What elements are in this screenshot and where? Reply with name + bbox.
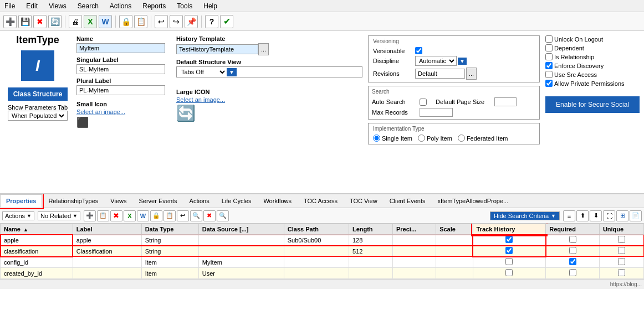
word-button[interactable]: W [99, 15, 112, 28]
allow-private-permissions-option[interactable]: Allow Private Permissions [545, 80, 640, 87]
single-item-option[interactable]: Single Item [373, 135, 412, 142]
show-params-dropdown[interactable]: When Populated Always Never [8, 111, 68, 121]
discipline-dropdown-arrow[interactable]: ▼ [458, 58, 467, 65]
unique-checkbox-1[interactable] [618, 247, 625, 254]
discipline-select[interactable]: Automatic Manual [415, 56, 457, 66]
table-row[interactable]: classification Classification String 512 [1, 246, 644, 257]
unique-checkbox-3[interactable] [618, 269, 625, 276]
tab-workflows[interactable]: Workflows [257, 194, 298, 208]
menu-file[interactable]: File [2, 2, 17, 11]
auto-search-checkbox[interactable] [420, 99, 427, 106]
large-icon-link[interactable]: Select an image... [176, 96, 362, 103]
max-records-input[interactable] [420, 108, 453, 117]
federated-item-radio[interactable] [458, 135, 465, 142]
enforce-discovery-option[interactable]: Enforce Discovery [545, 62, 640, 69]
refresh-button[interactable]: 🔄 [48, 15, 62, 28]
dependent-option[interactable]: Dependent [545, 44, 640, 51]
menu-edit[interactable]: Edit [24, 2, 40, 11]
tab-toc-view[interactable]: TOC View [344, 194, 384, 208]
singular-input[interactable] [76, 64, 165, 74]
tab-xitemtype[interactable]: xItemTypeAllowedPrope... [431, 194, 514, 208]
check-button[interactable]: ✔ [220, 15, 233, 28]
search2-sub-button[interactable]: 🔍 [217, 210, 229, 221]
track-history-checkbox-0[interactable] [505, 236, 513, 243]
default-structure-arrow[interactable]: ▼ [227, 68, 237, 76]
help-button[interactable]: ? [205, 15, 218, 28]
track-history-checkbox-2[interactable] [505, 258, 513, 265]
excel-button[interactable]: X [84, 15, 97, 28]
history-template-input[interactable] [176, 44, 258, 54]
hide-search-dropdown[interactable]: Hide Search Criteria ▼ [490, 211, 560, 220]
lock-sub-button[interactable]: 🔒 [150, 210, 162, 221]
tab-actions[interactable]: Actions [183, 194, 216, 208]
tab-life-cycles[interactable]: Life Cycles [216, 194, 258, 208]
menu-search[interactable]: Search [75, 2, 101, 11]
small-icon-link[interactable]: Select an image... [76, 108, 171, 115]
menu-actions[interactable]: Actions [108, 2, 134, 11]
versionable-checkbox[interactable] [415, 47, 422, 54]
track-history-checkbox-3[interactable] [505, 269, 513, 276]
col-down-button[interactable]: ⬇ [590, 210, 602, 221]
copy-row-button[interactable]: 📋 [97, 210, 109, 221]
table-row[interactable]: apple apple String Sub0/Sub00 128 [1, 235, 644, 246]
allow-private-permissions-checkbox[interactable] [545, 80, 553, 87]
is-relationship-checkbox[interactable] [545, 53, 553, 60]
default-page-size-input[interactable] [494, 97, 517, 106]
enable-secure-social-button[interactable]: Enable for Secure Social [545, 96, 640, 113]
table-view-button[interactable]: ≡ [563, 210, 575, 221]
is-relationship-option[interactable]: Is Relationship [545, 53, 640, 60]
track-history-checkbox-1[interactable] [505, 247, 513, 254]
print-button[interactable]: 🖨 [69, 15, 82, 28]
show-params-select[interactable]: When Populated Always Never [9, 112, 66, 120]
rotate-sub-button[interactable]: ↩ [177, 210, 189, 221]
tab-relationship-types[interactable]: RelationshipTypes [42, 194, 104, 208]
expand-button[interactable]: ⛶ [603, 210, 615, 221]
unlock-on-logout-option[interactable]: Unlock On Logout [545, 35, 640, 43]
export-button[interactable]: 📄 [630, 210, 642, 221]
paste-button[interactable]: 📌 [185, 15, 198, 28]
excel-sub-button[interactable]: X [124, 210, 136, 221]
tab-client-events[interactable]: Client Events [384, 194, 432, 208]
table-row[interactable]: config_id Item MyItem [1, 257, 644, 268]
copy2-sub-button[interactable]: 📋 [163, 210, 176, 221]
add-button[interactable]: ➕ [3, 15, 17, 28]
no-related-dropdown[interactable]: No Related ▼ [38, 211, 80, 220]
x-sub-button[interactable]: ✖ [203, 210, 216, 221]
menu-views[interactable]: Views [47, 2, 69, 11]
word-sub-button[interactable]: W [137, 210, 149, 221]
lock-button[interactable]: 🔒 [119, 15, 132, 28]
add-row-button[interactable]: ➕ [84, 210, 96, 221]
default-structure-select[interactable]: Tabs Off Tabs On [177, 67, 227, 77]
undo-button[interactable]: ↩ [155, 15, 168, 28]
use-src-access-option[interactable]: Use Src Access [545, 71, 640, 78]
revisions-dots-button[interactable]: ... [466, 68, 477, 80]
tab-toc-access[interactable]: TOC Access [298, 194, 344, 208]
unique-checkbox-2[interactable] [618, 258, 625, 265]
name-input[interactable] [76, 43, 165, 53]
dependent-checkbox[interactable] [545, 44, 553, 51]
default-structure-dropdown[interactable]: Tabs Off Tabs On ▼ [176, 66, 362, 77]
federated-item-option[interactable]: Federated Item [458, 135, 508, 142]
actions-dropdown[interactable]: Actions ▼ [2, 211, 34, 220]
poly-item-radio[interactable] [418, 135, 425, 142]
menu-tools[interactable]: Tools [175, 2, 195, 11]
enforce-discovery-checkbox[interactable] [545, 62, 553, 69]
class-structure-button[interactable]: Class Structure [8, 87, 68, 101]
required-checkbox-1[interactable] [569, 247, 576, 254]
required-checkbox-2[interactable] [569, 258, 576, 265]
unique-checkbox-0[interactable] [618, 236, 625, 243]
table-row[interactable]: created_by_id Item User [1, 268, 644, 279]
poly-item-option[interactable]: Poly Item [418, 135, 452, 142]
copy-button[interactable]: 📋 [134, 15, 147, 28]
redo-button[interactable]: ↪ [170, 15, 183, 28]
search-sub-button[interactable]: 🔍 [190, 210, 202, 221]
save-button[interactable]: 💾 [18, 15, 32, 28]
close-button[interactable]: ✖ [33, 15, 47, 28]
revisions-input[interactable] [415, 69, 465, 79]
unlock-on-logout-checkbox[interactable] [545, 35, 553, 43]
required-checkbox-3[interactable] [569, 269, 576, 276]
single-item-radio[interactable] [373, 135, 380, 142]
tab-views[interactable]: Views [104, 194, 132, 208]
plural-input[interactable] [76, 85, 165, 95]
tab-server-events[interactable]: Server Events [132, 194, 183, 208]
